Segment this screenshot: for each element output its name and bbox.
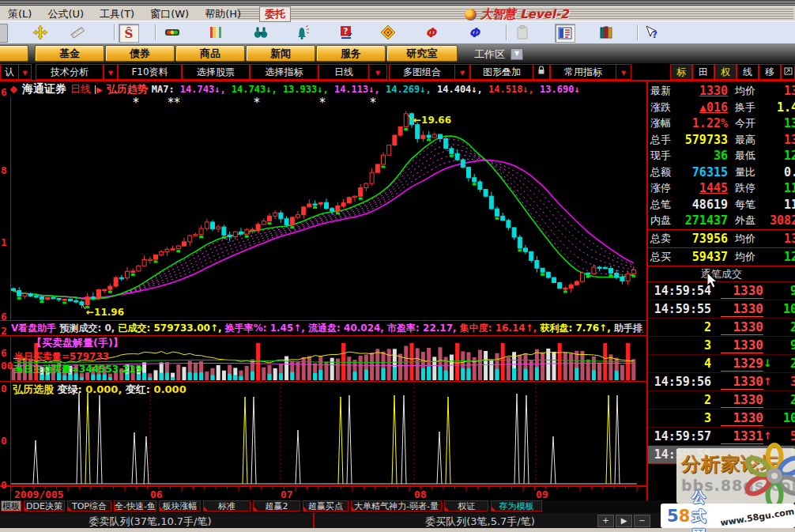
window-top-edge: [0, 0, 795, 6]
tick-row-4[interactable]: 41329↓2: [648, 355, 795, 373]
bottom-tab-10[interactable]: 存为模板: [491, 500, 542, 511]
bottom-tab-6[interactable]: 超赢2: [253, 500, 300, 511]
quote-value: 36: [676, 149, 728, 163]
market-tab-4[interactable]: 服务: [316, 45, 386, 62]
nav-tab-2[interactable]: F10资料: [118, 64, 182, 80]
indicator-name[interactable]: 弘历趋势: [107, 82, 148, 96]
nav-right-button-田[interactable]: 田: [692, 64, 714, 80]
menu-item-2[interactable]: 工具(T): [100, 7, 134, 21]
bottom-tab-8[interactable]: 大单精气神力-弱者-量: [351, 500, 442, 511]
tick-list-header: 逐笔成交: [648, 266, 795, 282]
tick-row-5[interactable]: 14:59:561330↑3: [648, 373, 795, 391]
toolbar-button-money-s[interactable]: Ŝ: [119, 24, 139, 43]
entrust-menu-button[interactable]: 委托: [259, 6, 291, 22]
indicator-nav-band: 认▼技术分析▼F10资料选择股票选择指标日线▼多图组合▼图形叠加常用指标▼标田权…: [0, 62, 795, 81]
tab-marker-triangle: [24, 507, 28, 511]
nav-tab-0[interactable]: 认: [0, 64, 19, 80]
app-title-text: 大智慧 Level-2: [480, 7, 569, 22]
toolbar-button-binoculars[interactable]: [251, 24, 270, 41]
chart-period-label[interactable]: 日线: [70, 82, 91, 96]
overlay-lock-button[interactable]: [533, 64, 550, 80]
nav-right-button-标[interactable]: 标: [670, 64, 692, 80]
toolbar-button-phi-blue[interactable]: Φ: [465, 24, 484, 41]
toolbar-button-move-cross[interactable]: [31, 24, 50, 41]
stock-selector-pane[interactable]: [0, 382, 646, 486]
toolbar-button-diamond[interactable]: [379, 24, 398, 41]
bottom-tab-9[interactable]: 权证: [444, 500, 488, 511]
svg-text:*: *: [168, 97, 174, 110]
market-tab-2[interactable]: 商品: [175, 45, 245, 62]
toolbar-button-color-bars[interactable]: [206, 24, 225, 41]
menu-item-3[interactable]: 窗口(W): [150, 7, 189, 21]
bottom-tab-0[interactable]: 模板: [1, 500, 21, 511]
quote-label: 均价: [735, 84, 762, 98]
tick-row-2[interactable]: 213302: [648, 319, 795, 337]
quote-row: 总买59437均价12: [648, 248, 795, 266]
toolbar-button-traffic-light[interactable]: [163, 24, 182, 41]
play-next-button[interactable]: ▶: [616, 515, 632, 527]
tick-time: 3: [650, 338, 711, 353]
market-tab-partial[interactable]: [0, 45, 28, 62]
nav-tab-4[interactable]: 选择指标: [250, 64, 318, 80]
expand-plus-button[interactable]: +: [597, 515, 614, 527]
nav-dropdown-icon-1[interactable]: ▼: [104, 64, 118, 80]
chevron-down-icon: ▼: [22, 70, 27, 77]
bottom-tab-7[interactable]: 超赢买点: [303, 500, 349, 511]
nav-right-button-权[interactable]: 权: [714, 64, 737, 80]
collapse-minus-button[interactable]: −: [634, 515, 650, 527]
nav-tab-8[interactable]: 常用指标: [550, 64, 616, 80]
chevron-down-icon: ▼: [375, 70, 380, 77]
quote-value: 13: [762, 84, 795, 98]
bottom-tab-3[interactable]: 全-快速-鱼: [114, 500, 156, 511]
nav-dropdown-icon-5[interactable]: ▼: [368, 64, 387, 80]
toolbar-button-alert-bell[interactable]: [292, 24, 311, 41]
tick-row-6[interactable]: 213302: [648, 391, 795, 409]
nav-tab-7[interactable]: 图形叠加: [470, 64, 533, 80]
tick-row-0[interactable]: 14:59:5413309: [648, 282, 795, 300]
nav-tab-1[interactable]: 技术分析: [36, 64, 104, 80]
svg-text:06: 06: [150, 489, 163, 500]
tick-row-7[interactable]: 3133010: [648, 409, 795, 428]
tick-row-1[interactable]: 14:59:55133010: [648, 300, 795, 319]
toolbar-button-clipboard[interactable]: [513, 24, 532, 41]
menu-item-0[interactable]: 策(L): [8, 7, 32, 21]
nav-dropdown-icon-8[interactable]: ▼: [616, 64, 631, 80]
quote-label: 量比: [735, 165, 762, 179]
menu-item-4[interactable]: 帮助(H): [205, 7, 241, 21]
market-tab-0[interactable]: 基金: [35, 45, 104, 62]
bottom-tab-4[interactable]: 板块涨幅: [159, 500, 201, 511]
workspace-label[interactable]: 工作区: [474, 47, 505, 62]
status-divider: [313, 513, 315, 528]
toolbar-button-layout-window[interactable]: [555, 24, 575, 43]
menu-item-1[interactable]: 公式(U): [47, 7, 84, 21]
nav-right-button-移[interactable]: 移: [759, 64, 781, 80]
quote-value: ▲016: [676, 100, 728, 115]
nav-tab-6[interactable]: 多图组合: [389, 64, 455, 80]
ma-value-0: 14.743↓,: [180, 84, 232, 95]
nav-dropdown-icon-0[interactable]: ▼: [18, 64, 32, 80]
price-axis-fragment-2: 1: [1, 236, 7, 248]
market-tab-1[interactable]: 债券: [105, 45, 175, 62]
nav-right-button-线[interactable]: 线: [737, 64, 759, 80]
selector-label-red: 变红:: [126, 383, 150, 395]
nav-dropdown-icon-6[interactable]: ▼: [454, 64, 470, 80]
bottom-tab-5[interactable]: 标准: [203, 500, 251, 511]
nav-tab-5[interactable]: 日线: [318, 64, 369, 80]
bottom-tab-1[interactable]: DDE决策: [24, 500, 65, 511]
toolbar-button-flag-question[interactable]: ?: [337, 24, 356, 41]
candlestick-chart[interactable]: ******←19.66←11.96: [0, 97, 646, 320]
help-cursor-icon: ?: [643, 25, 659, 40]
workspace-dropdown-icon[interactable]: ▼: [511, 48, 523, 60]
toolbar-button-ruler[interactable]: [68, 24, 87, 41]
tick-price: 1330: [721, 392, 763, 408]
market-tab-3[interactable]: 新闻: [246, 45, 315, 62]
toolbar-button-help-cursor[interactable]: ?: [642, 24, 661, 41]
svg-text:*: *: [174, 97, 180, 110]
market-tab-5[interactable]: 研究室: [386, 45, 458, 62]
toolbar-button-phi-red[interactable]: Φ: [421, 24, 440, 41]
bottom-tab-2[interactable]: TOP综合: [67, 500, 111, 511]
nav-tab-3[interactable]: 选择股票: [182, 64, 250, 80]
toolbar-button-books[interactable]: [597, 24, 616, 41]
restore-window-button[interactable]: [781, 64, 795, 80]
tick-row-3[interactable]: 313309: [648, 337, 795, 355]
